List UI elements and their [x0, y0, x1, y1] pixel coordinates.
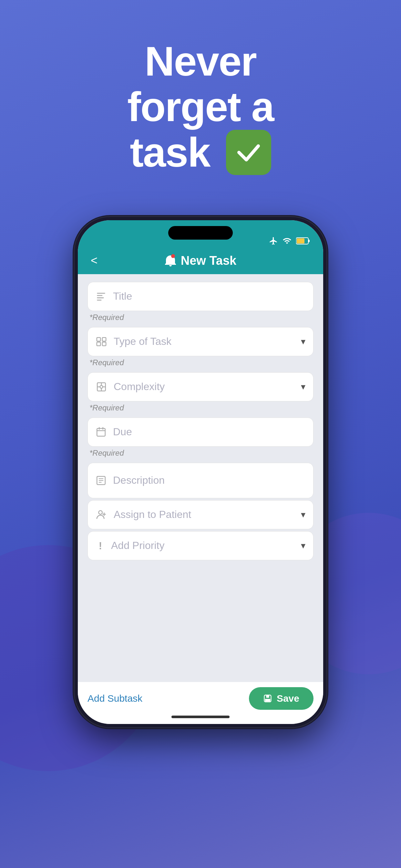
hero-line2: forget a: [127, 84, 274, 130]
bell-icon: [165, 254, 176, 267]
svg-rect-1: [308, 240, 310, 242]
svg-rect-6: [97, 298, 104, 299]
svg-point-3: [171, 254, 175, 258]
description-field-wrapper: Description: [88, 463, 313, 498]
task-type-field[interactable]: Type of Task ▾: [88, 327, 313, 356]
description-icon: [96, 475, 106, 486]
complexity-chevron: ▾: [301, 381, 305, 392]
save-icon: [263, 694, 272, 703]
svg-text:!: !: [99, 540, 102, 551]
nav-title-group: New Task: [165, 254, 236, 268]
phone-mockup: < New Task: [74, 217, 327, 727]
home-indicator: [78, 713, 323, 724]
assign-patient-field-wrapper: Assign to Patient ▾: [88, 500, 313, 529]
title-field-wrapper: Title *Required: [88, 282, 313, 325]
svg-rect-11: [102, 342, 106, 345]
status-icons: [269, 237, 310, 245]
complexity-field[interactable]: Complexity ▾: [88, 372, 313, 401]
description-field[interactable]: Description: [88, 463, 313, 498]
task-type-required: *Required: [89, 358, 312, 367]
svg-rect-29: [266, 695, 269, 698]
nav-title-text: New Task: [181, 254, 236, 268]
svg-rect-30: [265, 699, 270, 702]
svg-point-13: [100, 385, 103, 389]
task-type-icon: [96, 336, 107, 347]
phone-screen: < New Task: [78, 220, 323, 724]
svg-rect-5: [97, 295, 102, 296]
priority-label: Add Priority: [111, 539, 295, 552]
patient-icon: [96, 509, 107, 520]
title-label: Title: [113, 290, 305, 302]
priority-icon: !: [96, 540, 104, 551]
hero-line3: task: [127, 130, 274, 178]
svg-rect-10: [97, 342, 100, 345]
battery-icon: [296, 237, 310, 245]
priority-chevron: ▾: [301, 540, 305, 551]
assign-patient-chevron: ▾: [301, 509, 305, 520]
dynamic-island: [168, 226, 233, 240]
save-button[interactable]: Save: [249, 687, 313, 710]
due-required: *Required: [89, 448, 312, 458]
svg-rect-8: [97, 337, 100, 341]
task-type-label: Type of Task: [114, 336, 295, 347]
svg-rect-2: [297, 238, 305, 244]
due-label: Due: [113, 426, 305, 438]
svg-point-26: [99, 510, 102, 514]
assign-patient-label: Assign to Patient: [114, 508, 295, 521]
priority-field-wrapper: ! Add Priority ▾: [88, 531, 313, 560]
svg-rect-4: [97, 292, 105, 293]
complexity-label: Complexity: [114, 381, 295, 393]
title-field[interactable]: Title: [88, 282, 313, 311]
description-label: Description: [113, 474, 305, 486]
save-label: Save: [277, 693, 299, 704]
task-type-field-wrapper: Type of Task ▾ *Required: [88, 327, 313, 370]
priority-field[interactable]: ! Add Priority ▾: [88, 531, 313, 560]
svg-rect-7: [97, 300, 101, 301]
complexity-field-wrapper: Complexity ▾ *Required: [88, 372, 313, 415]
complexity-icon: [96, 381, 107, 392]
text-icon: [96, 291, 106, 302]
due-field-wrapper: Due *Required: [88, 417, 313, 461]
assign-patient-field[interactable]: Assign to Patient ▾: [88, 500, 313, 529]
complexity-required: *Required: [89, 403, 312, 412]
due-field[interactable]: Due: [88, 417, 313, 446]
bottom-bar: Add Subtask Save: [78, 682, 323, 713]
phone-frame: < New Task: [74, 217, 327, 727]
nav-bar: < New Task: [78, 249, 323, 274]
add-subtask-link[interactable]: Add Subtask: [88, 693, 143, 704]
wifi-icon: [282, 237, 292, 245]
hero-line1: Never: [127, 39, 274, 84]
svg-rect-9: [102, 337, 106, 341]
calendar-icon: [96, 427, 106, 438]
checkmark-badge: [226, 130, 271, 175]
task-type-chevron: ▾: [301, 336, 305, 347]
home-bar: [172, 716, 229, 718]
checkmark-icon: [234, 138, 263, 167]
form-area[interactable]: Title *Required Type of Task ▾: [78, 274, 323, 682]
airplane-icon: [269, 237, 278, 245]
hero-section: Never forget a task: [127, 39, 274, 178]
title-required: *Required: [89, 313, 312, 322]
svg-rect-18: [97, 428, 105, 436]
back-button[interactable]: <: [91, 254, 97, 268]
